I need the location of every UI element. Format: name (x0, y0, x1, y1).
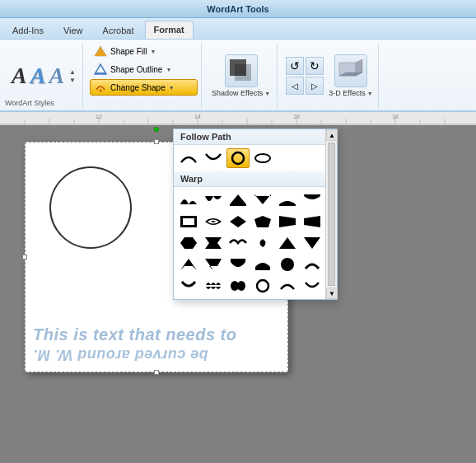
shape-warp-22[interactable] (251, 255, 274, 274)
shape-outline-button[interactable]: Shape Outline ▼ (90, 61, 198, 77)
effects-3d-arrow[interactable]: ▼ (367, 91, 373, 96)
shape-fill-arrow[interactable]: ▼ (150, 49, 156, 54)
svg-point-35 (255, 154, 270, 162)
shape-fill-button[interactable]: Shape Fill ▼ (90, 43, 198, 59)
rotation-handle[interactable] (154, 127, 159, 132)
shape-fill-label: Shape Fill (110, 47, 147, 56)
shape-warp-18[interactable] (301, 233, 324, 253)
tab-acrobat[interactable]: Acrobat (94, 21, 143, 39)
svg-marker-49 (205, 259, 222, 270)
shape-warp-26[interactable] (202, 276, 225, 296)
text-effects-group: Shape Fill ▼ Shape Outline ▼ A Change Sh… (86, 43, 202, 109)
wordart-container: This is text that needs to be curved aro… (33, 324, 284, 364)
shape-warp-3[interactable] (226, 190, 250, 210)
shape-fill-icon (94, 45, 107, 57)
svg-marker-43 (304, 216, 320, 227)
shape-warp-19[interactable] (177, 255, 200, 274)
resize-handle-bottom[interactable] (154, 370, 159, 375)
wordart-line2[interactable]: be curved around W. M. (33, 345, 208, 364)
wordart-style-b[interactable]: A (30, 64, 46, 87)
shape-arc-up[interactable] (177, 148, 200, 168)
shape-warp-17[interactable] (276, 233, 299, 253)
change-shape-button[interactable]: A Change Shape ▼ (90, 79, 198, 96)
popup-scroll-up[interactable]: ▲ (326, 129, 338, 141)
svg-marker-40 (230, 216, 246, 227)
wordart-style-c[interactable]: A (49, 64, 64, 87)
svg-marker-37 (254, 194, 271, 204)
shape-warp-11[interactable] (276, 212, 299, 232)
shape-warp-15[interactable] (226, 233, 250, 253)
shadow-effects-button[interactable] (225, 54, 258, 87)
circle-shape (49, 166, 132, 249)
rotate-group: ↺ ↻ ◁ ▷ (286, 57, 324, 95)
svg-point-52 (237, 281, 245, 291)
tab-addins[interactable]: Add-Ins (3, 21, 53, 39)
svg-marker-36 (230, 194, 246, 206)
warp-grid (174, 187, 337, 299)
shape-outline-label: Shape Outline (110, 65, 162, 74)
title-bar: WordArt Tools (0, 0, 476, 18)
svg-rect-3 (95, 72, 106, 74)
shape-warp-30[interactable] (301, 276, 324, 296)
shape-warp-1[interactable] (177, 190, 200, 210)
wordart-scroll-up[interactable]: ▲ (69, 68, 76, 76)
shape-arc-down[interactable] (202, 148, 225, 168)
shape-warp-24[interactable] (301, 255, 324, 274)
warp-title: Warp (174, 171, 337, 187)
shape-warp-21[interactable] (226, 255, 250, 274)
tilt-right-button[interactable]: ▷ (306, 77, 324, 95)
shape-warp-4[interactable] (251, 190, 274, 210)
resize-handle-top[interactable] (154, 139, 159, 144)
svg-marker-48 (180, 259, 197, 270)
shape-warp-14[interactable] (202, 233, 225, 253)
wordart-style-a[interactable]: A (12, 64, 27, 87)
svg-text:12: 12 (96, 114, 102, 119)
tilt-left-button[interactable]: ◁ (286, 77, 304, 95)
popup-scroll-thumb[interactable] (328, 143, 335, 286)
wordart-scroll-down[interactable]: ▼ (69, 77, 76, 84)
change-shape-arrow[interactable]: ▼ (169, 85, 175, 91)
shape-warp-29[interactable] (276, 276, 299, 296)
shape-warp-5[interactable] (276, 190, 299, 210)
title-bar-label: WordArt Tools (207, 4, 268, 14)
svg-text:14: 14 (194, 114, 201, 119)
rotate-left-button[interactable]: ↺ (286, 57, 304, 75)
shape-warp-8[interactable] (202, 212, 225, 232)
shape-warp-16[interactable] (251, 233, 274, 253)
shape-warp-20[interactable] (202, 255, 225, 274)
wordart-line1[interactable]: This is text that needs to (33, 324, 284, 345)
effects-3d-icon (334, 54, 367, 87)
shape-warp-10[interactable] (251, 212, 274, 232)
shape-warp-7[interactable] (177, 212, 200, 232)
popup-scroll-down[interactable]: ▼ (326, 288, 338, 299)
rotate-right-button[interactable]: ↻ (306, 57, 324, 75)
tab-view[interactable]: View (54, 21, 92, 39)
shape-warp-9[interactable] (226, 212, 250, 232)
shape-outline-arrow[interactable]: ▼ (166, 67, 171, 72)
shape-warp-6[interactable] (301, 190, 324, 210)
svg-text:18: 18 (392, 114, 399, 119)
effects-3d-button[interactable]: 3-D Effects ▼ (329, 54, 372, 97)
svg-point-53 (257, 280, 268, 292)
shape-warp-28[interactable] (251, 276, 274, 296)
resize-handle-left[interactable] (22, 255, 27, 260)
shadow-effects-dropdown[interactable]: Shadow Effects ▼ (212, 89, 270, 97)
shadow-effects-arrow[interactable]: ▼ (264, 91, 270, 96)
shape-warp-23[interactable] (276, 255, 299, 274)
shape-ring[interactable] (251, 148, 274, 168)
shape-warp-2[interactable] (202, 190, 225, 210)
tab-format[interactable]: Format (145, 21, 194, 39)
svg-point-34 (232, 152, 244, 164)
shape-warp-27[interactable] (226, 276, 250, 296)
shape-outline-icon (94, 63, 107, 75)
shape-warp-13[interactable] (177, 233, 200, 253)
change-shape-label: Change Shape (110, 83, 166, 92)
rotate-buttons-top: ↺ ↻ (286, 57, 324, 75)
shape-warp-25[interactable] (177, 276, 200, 296)
follow-path-grid (174, 145, 337, 171)
svg-marker-42 (279, 216, 296, 227)
shape-circle-selected[interactable] (226, 148, 250, 168)
wordart-styles-label: WordArt Styles (5, 97, 54, 107)
shape-warp-12[interactable] (301, 212, 324, 232)
svg-marker-47 (304, 237, 320, 249)
